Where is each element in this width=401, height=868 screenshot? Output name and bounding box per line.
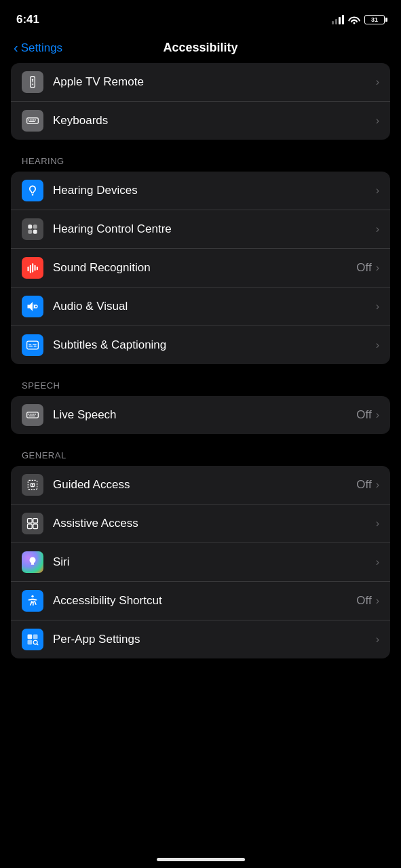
svg-rect-16 (33, 230, 37, 234)
apple-tv-remote-icon (22, 71, 43, 93)
subtitles-captioning-chevron: › (376, 339, 379, 351)
hearing-devices-label: Hearing Devices (53, 184, 376, 197)
svg-rect-4 (32, 84, 34, 85)
svg-rect-10 (35, 119, 36, 120)
page-title: Accessibility (163, 41, 237, 55)
siri-chevron: › (376, 556, 379, 568)
svg-rect-9 (33, 119, 35, 120)
svg-rect-28 (27, 412, 39, 418)
svg-rect-18 (30, 265, 31, 273)
svg-rect-7 (30, 119, 31, 120)
svg-point-12 (32, 194, 34, 196)
battery-level: 31 (371, 16, 378, 23)
hearing-group: Hearing Devices › Hearing Control Centre… (11, 172, 390, 364)
guided-access-chevron: › (376, 479, 379, 491)
guided-access-label: Guided Access (53, 478, 356, 492)
svg-rect-5 (27, 118, 39, 123)
svg-rect-30 (30, 414, 31, 414)
content: Apple TV Remote › Keyboards › HEARING (0, 63, 401, 658)
svg-rect-31 (31, 414, 33, 414)
settings-item-siri[interactable]: Siri › (11, 543, 390, 582)
hearing-control-centre-icon (22, 218, 43, 240)
svg-rect-25 (33, 344, 37, 344)
assistive-access-label: Assistive Access (53, 517, 376, 530)
top-group: Apple TV Remote › Keyboards › (11, 63, 390, 140)
settings-item-apple-tv-remote[interactable]: Apple TV Remote › (11, 63, 390, 102)
hearing-section-label: HEARING (11, 145, 390, 172)
svg-rect-17 (28, 267, 29, 271)
nav-bar: ‹ Settings Accessibility (0, 35, 401, 63)
apple-tv-remote-label: Apple TV Remote (53, 75, 376, 89)
status-icons: 31 (332, 15, 385, 24)
svg-rect-39 (33, 519, 38, 524)
sound-recognition-chevron: › (376, 262, 379, 274)
svg-rect-3 (32, 83, 34, 83)
svg-rect-13 (28, 224, 32, 229)
sound-recognition-value: Off (356, 261, 371, 275)
hearing-devices-icon (22, 180, 43, 201)
svg-rect-27 (34, 346, 37, 347)
accessibility-shortcut-value: Off (356, 594, 371, 608)
battery-icon: 31 (364, 15, 385, 24)
svg-rect-23 (27, 341, 39, 349)
general-group: Guided Access Off › Assistive Access › (11, 466, 390, 658)
svg-point-37 (32, 484, 34, 486)
settings-item-accessibility-shortcut[interactable]: Accessibility Shortcut Off › (11, 582, 390, 620)
settings-item-audio-visual[interactable]: Audio & Visual › (11, 288, 390, 326)
live-speech-chevron: › (376, 409, 379, 421)
svg-rect-20 (35, 265, 36, 271)
svg-rect-21 (37, 267, 38, 270)
keyboards-icon (22, 110, 43, 132)
settings-item-per-app-settings[interactable]: Per-App Settings › (11, 620, 390, 658)
settings-item-live-speech[interactable]: Live Speech Off › (11, 396, 390, 434)
per-app-settings-chevron: › (376, 633, 379, 646)
svg-rect-33 (35, 414, 36, 414)
svg-rect-14 (33, 224, 37, 229)
keyboards-chevron: › (376, 115, 379, 127)
live-speech-icon (22, 404, 43, 426)
settings-item-subtitles-captioning[interactable]: Subtitles & Captioning › (11, 326, 390, 364)
guided-access-icon (22, 474, 43, 496)
svg-rect-45 (28, 640, 33, 645)
svg-rect-38 (28, 519, 33, 524)
live-speech-value: Off (356, 408, 371, 422)
settings-item-hearing-devices[interactable]: Hearing Devices › (11, 172, 390, 210)
siri-label: Siri (53, 555, 376, 569)
svg-rect-41 (33, 524, 38, 529)
settings-item-guided-access[interactable]: Guided Access Off › (11, 466, 390, 505)
svg-rect-43 (28, 635, 33, 639)
back-chevron-icon: ‹ (14, 40, 18, 56)
svg-point-1 (32, 79, 34, 81)
svg-rect-24 (28, 344, 31, 344)
keyboards-label: Keyboards (53, 114, 376, 127)
speech-group: Live Speech Off › (11, 396, 390, 434)
svg-rect-15 (28, 230, 32, 234)
svg-rect-34 (29, 416, 35, 416)
audio-visual-icon (22, 296, 43, 317)
svg-rect-6 (28, 119, 29, 120)
apple-tv-remote-chevron: › (376, 76, 379, 88)
sound-recognition-label: Sound Recognition (53, 261, 356, 275)
audio-visual-label: Audio & Visual (53, 300, 376, 313)
siri-icon (22, 551, 43, 573)
back-button[interactable]: ‹ Settings (14, 40, 62, 56)
live-speech-label: Live Speech (53, 408, 356, 422)
settings-item-hearing-control-centre[interactable]: Hearing Control Centre › (11, 210, 390, 249)
hearing-control-centre-label: Hearing Control Centre (53, 222, 376, 236)
per-app-settings-icon (22, 629, 43, 650)
accessibility-shortcut-icon (22, 590, 43, 612)
settings-item-assistive-access[interactable]: Assistive Access › (11, 505, 390, 543)
settings-item-sound-recognition[interactable]: Sound Recognition Off › (11, 249, 390, 288)
signal-icon (332, 15, 344, 24)
home-indicator (157, 858, 245, 861)
audio-visual-chevron: › (376, 300, 379, 313)
hearing-devices-chevron: › (376, 184, 379, 197)
svg-rect-29 (28, 414, 29, 414)
wifi-icon (348, 15, 360, 24)
assistive-access-icon (22, 513, 43, 534)
settings-item-keyboards[interactable]: Keyboards › (11, 102, 390, 140)
accessibility-shortcut-chevron: › (376, 595, 379, 607)
status-bar: 6:41 31 (0, 0, 401, 35)
per-app-settings-label: Per-App Settings (53, 633, 376, 646)
subtitles-captioning-icon (22, 334, 43, 356)
